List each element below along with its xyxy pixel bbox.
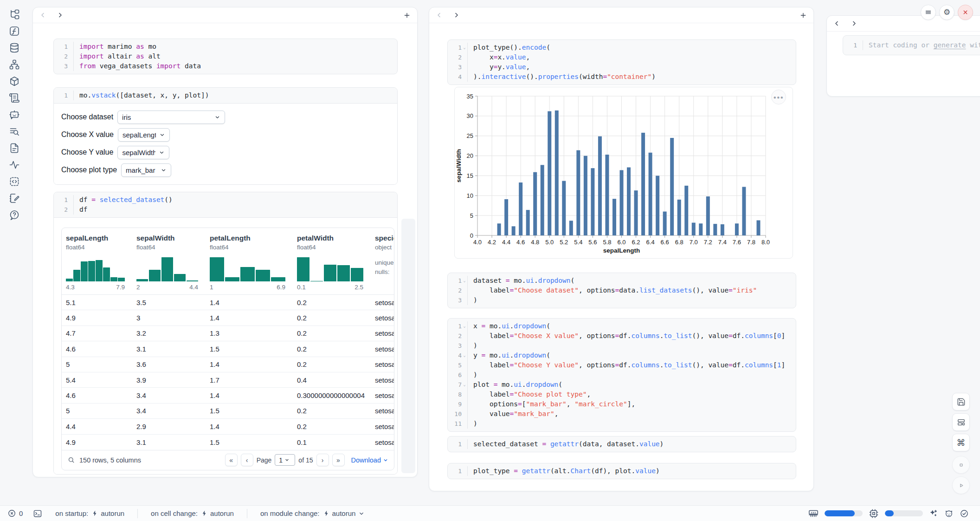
lightning-icon (201, 510, 208, 517)
run-button[interactable] (952, 476, 970, 494)
fold-icon[interactable]: ⌄ (462, 43, 467, 52)
table-row[interactable]: 4.63.41.40.3000000000000004setosa (62, 388, 394, 403)
first-page-button[interactable]: « (225, 454, 238, 466)
terminal-button[interactable] (33, 509, 42, 518)
dropdown-label: Choose plot type (61, 166, 117, 174)
column-next-icon[interactable] (453, 12, 460, 19)
column-prev-icon[interactable] (39, 12, 46, 19)
scrollbar-track[interactable] (401, 219, 415, 473)
table-of-contents-icon[interactable] (8, 125, 20, 137)
table-row[interactable]: 4.42.91.40.2setosa (62, 419, 394, 434)
table-cell: 4.6 (62, 391, 132, 399)
help-icon[interactable] (8, 209, 20, 221)
table-row[interactable]: 53.41.50.2setosa (62, 404, 394, 419)
column-prev-icon[interactable] (833, 20, 840, 27)
cell-dataset-dropdown[interactable]: 1⌄dataset = mo.ui.dropdown(2 label="Choo… (447, 273, 796, 308)
column-next-icon[interactable] (851, 20, 858, 27)
search-icon[interactable] (67, 456, 75, 464)
page-select[interactable]: 1 (275, 454, 295, 466)
bar-chart[interactable]: 051015202530354.04.24.44.64.85.05.25.45.… (455, 87, 793, 259)
cell-selected-dataset[interactable]: 1selected_dataset = getattr(data, datase… (447, 436, 796, 452)
code-line-text: selected_dataset = getattr(data, dataset… (467, 439, 664, 449)
logs-icon[interactable] (8, 92, 20, 104)
generate-link[interactable]: generate (934, 41, 966, 49)
fold-icon[interactable]: ⌄ (462, 276, 467, 286)
code-line-text: import altair as alt (73, 52, 161, 61)
add-cell-icon[interactable] (799, 12, 807, 19)
layout-button[interactable] (952, 413, 970, 431)
runtime-config-1[interactable]: on cell change:autorun (151, 509, 234, 517)
chat-icon[interactable] (8, 109, 20, 121)
table-row[interactable]: 53.61.40.2setosa (62, 357, 394, 372)
svg-text:5.6: 5.6 (588, 239, 597, 246)
error-indicator[interactable]: 0 (7, 509, 23, 518)
table-row[interactable]: 4.931.40.2setosa (62, 310, 394, 326)
cell-plot-type[interactable]: 1plot_type = getattr(alt.Chart(df), plot… (447, 463, 796, 479)
download-button[interactable]: Download (351, 456, 389, 464)
scratchpad-icon[interactable] (8, 192, 20, 204)
cell-vstack-code[interactable]: 1mo.vstack([dataset, x, y, plot]) (54, 88, 397, 104)
column-histogram (297, 257, 363, 281)
column-header-petalWidth[interactable]: petalWidthfloat640.12.5 (293, 234, 371, 291)
save-button[interactable] (952, 393, 970, 410)
code-line-text: df = selected_dataset() (73, 195, 173, 205)
dropdown-3[interactable]: mark_bar (121, 163, 171, 177)
fold-icon[interactable]: ⌄ (462, 380, 467, 390)
keyboard-shortcuts-button[interactable]: ⌘ (952, 434, 970, 451)
tracing-icon[interactable] (8, 159, 20, 171)
cell-imports[interactable]: 1import marimo as mo2import altair as al… (53, 39, 398, 74)
runtime-config-0[interactable]: on startup:autorun (55, 509, 124, 517)
svg-text:10: 10 (467, 192, 473, 199)
code-line-text: plot_type().encode( (467, 43, 550, 52)
table-cell: 3 (132, 314, 206, 322)
dropdown-0[interactable]: iris (117, 111, 225, 124)
datasources-icon[interactable] (8, 42, 20, 54)
column-header-sepalWidth[interactable]: sepalWidthfloat6424.4 (132, 234, 206, 291)
prev-page-button[interactable]: ‹ (241, 454, 253, 466)
line-number: 1 (448, 466, 462, 476)
chart-menu-button[interactable]: ●●● (771, 90, 786, 104)
table-row[interactable]: 4.63.11.50.2setosa (62, 341, 394, 357)
documentation-icon[interactable] (8, 142, 20, 154)
line-number: 1 (448, 43, 462, 52)
packages-icon[interactable] (8, 75, 20, 87)
marimo-cat-icon[interactable] (944, 509, 954, 518)
column-prev-icon[interactable] (436, 12, 443, 19)
runtime-config-2[interactable]: on module change:autorun (260, 509, 365, 517)
snippets-icon[interactable] (8, 176, 20, 188)
column-header-species[interactable]: speciesobjectunique:nulls: (371, 234, 394, 291)
file-tree-icon[interactable] (8, 8, 20, 20)
stop-button[interactable] (952, 456, 970, 474)
code-line-text: options=["mark_bar", "mark_circle"], (467, 399, 635, 409)
table-row[interactable]: 4.73.21.30.2setosa (62, 326, 394, 341)
page-select-value: 1 (279, 456, 283, 464)
table-row[interactable]: 4.93.11.50.1setosa (62, 435, 394, 450)
close-button[interactable] (958, 5, 973, 20)
empty-cell-editor[interactable]: 1 Start coding or generate with (843, 35, 980, 55)
add-cell-icon[interactable] (403, 12, 411, 19)
column-header-sepalLength[interactable]: sepalLengthfloat644.37.9 (62, 234, 132, 291)
dropdown-2[interactable]: sepalWidth (117, 146, 169, 159)
table-row[interactable]: 5.43.91.70.4setosa (62, 372, 394, 388)
last-page-button[interactable]: » (332, 454, 345, 466)
table-row[interactable]: 5.13.51.40.2setosa (62, 295, 394, 310)
menu-button[interactable] (921, 5, 936, 20)
line-number: 6 (448, 370, 462, 380)
ai-sparkles-icon[interactable] (929, 509, 938, 518)
settings-button[interactable]: ⚙ (939, 5, 954, 20)
dropdown-1[interactable]: sepalLength (118, 128, 170, 142)
cell-xy-plot-dropdowns[interactable]: 1⌄x = mo.ui.dropdown(2 label="Choose X v… (447, 318, 796, 432)
fold-icon[interactable]: ⌄ (462, 351, 467, 360)
table-cell: 3.1 (132, 438, 206, 446)
command-icon: ⌘ (957, 437, 966, 448)
cell-df-code[interactable]: 1df = selected_dataset()2df (54, 192, 397, 218)
next-page-button[interactable]: › (316, 454, 329, 466)
fold-icon[interactable]: ⌄ (462, 321, 467, 331)
kernel-connected-icon[interactable] (960, 509, 969, 518)
column-header-petalLength[interactable]: petalLengthfloat6416.9 (206, 234, 293, 291)
cell-plot-code[interactable]: 1⌄plot_type().encode(2 x=x.value,3 y=y.v… (447, 39, 796, 85)
svg-text:5.0: 5.0 (545, 239, 554, 246)
dependency-graph-icon[interactable] (8, 59, 20, 71)
column-next-icon[interactable] (57, 12, 64, 19)
functions-icon[interactable] (8, 25, 20, 37)
